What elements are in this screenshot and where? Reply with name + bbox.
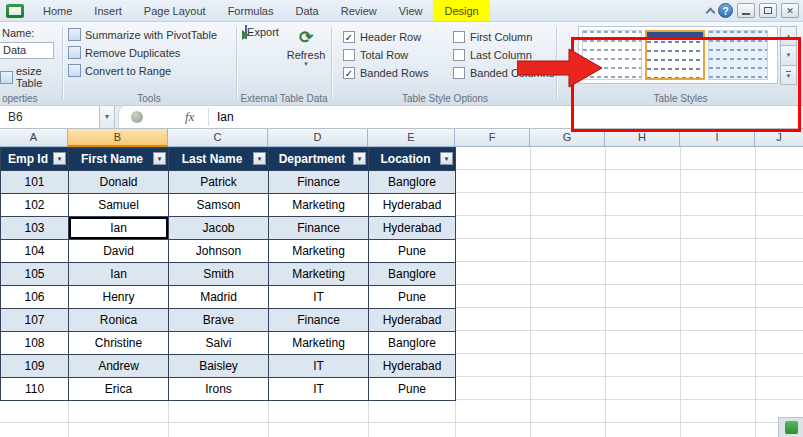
summarize-pivottable-button[interactable]: Summarize with PivotTable xyxy=(68,28,217,41)
cell[interactable]: 104 xyxy=(1,240,69,263)
cell[interactable]: Brave xyxy=(169,309,269,332)
cell[interactable]: Ronica xyxy=(69,309,169,332)
convert-to-range-button[interactable]: Convert to Range xyxy=(68,64,171,77)
insert-function-button[interactable]: fx xyxy=(185,109,194,125)
cell[interactable]: Marketing xyxy=(269,240,369,263)
cell[interactable]: 101 xyxy=(1,171,69,194)
cell[interactable]: Hyderabad xyxy=(369,355,456,378)
refresh-dropdown-icon[interactable]: ▾ xyxy=(285,61,327,67)
header-cell-department[interactable]: Department▾ xyxy=(269,148,369,171)
cell[interactable]: David xyxy=(69,240,169,263)
cell[interactable]: Pune xyxy=(369,378,456,401)
checkbox-box[interactable]: ✓ xyxy=(343,31,355,43)
cell[interactable]: 109 xyxy=(1,355,69,378)
taskbar-app-icon[interactable] xyxy=(785,421,798,434)
cell[interactable]: Hyderabad xyxy=(369,309,456,332)
cell[interactable]: Donald xyxy=(69,171,169,194)
cell[interactable]: Madrid xyxy=(169,286,269,309)
tab-home[interactable]: Home xyxy=(32,0,83,21)
help-icon[interactable]: ? xyxy=(718,3,733,18)
cell[interactable]: Salvi xyxy=(169,332,269,355)
cell[interactable]: Jacob xyxy=(169,217,269,240)
cell[interactable]: Samuel xyxy=(69,194,169,217)
tab-data[interactable]: Data xyxy=(284,0,329,21)
selected-cell-b6[interactable]: Ian xyxy=(69,217,169,240)
close-button[interactable]: ✕ xyxy=(781,3,799,18)
cell[interactable]: 105 xyxy=(1,263,69,286)
checkbox-box[interactable] xyxy=(453,49,465,61)
collapse-ribbon-icon[interactable] xyxy=(706,8,716,18)
checkbox-header-row[interactable]: ✓ Header Row xyxy=(343,28,429,46)
name-box[interactable]: B6 xyxy=(0,106,100,128)
cell[interactable]: Hyderabad xyxy=(369,217,456,240)
header-cell-location[interactable]: Location▾ xyxy=(369,148,456,171)
filter-dropdown-icon[interactable]: ▾ xyxy=(153,152,166,165)
cell[interactable]: Erica xyxy=(69,378,169,401)
checkbox-first-column[interactable]: First Column xyxy=(453,28,554,46)
column-header-a[interactable]: A xyxy=(0,129,68,147)
remove-duplicates-button[interactable]: Remove Duplicates xyxy=(68,46,180,59)
checkbox-banded-rows[interactable]: ✓ Banded Rows xyxy=(343,64,429,82)
cell[interactable]: Finance xyxy=(269,309,369,332)
cell[interactable]: Johnson xyxy=(169,240,269,263)
column-header-e[interactable]: E xyxy=(368,129,455,147)
minimize-button[interactable] xyxy=(737,3,755,18)
cell[interactable]: 103 xyxy=(1,217,69,240)
checkbox-box[interactable] xyxy=(453,67,465,79)
cell[interactable]: Marketing xyxy=(269,332,369,355)
cell[interactable]: 108 xyxy=(1,332,69,355)
header-cell-last-name[interactable]: Last Name▾ xyxy=(169,148,269,171)
cell[interactable]: Andrew xyxy=(69,355,169,378)
cell[interactable]: Henry xyxy=(69,286,169,309)
spreadsheet-grid[interactable]: Emp Id▾ First Name▾ Last Name▾ Departmen… xyxy=(0,147,803,437)
cell[interactable]: IT xyxy=(269,355,369,378)
cell[interactable]: 102 xyxy=(1,194,69,217)
cell[interactable]: Smith xyxy=(169,263,269,286)
cell[interactable]: Christine xyxy=(69,332,169,355)
table-name-input[interactable]: Data xyxy=(0,42,54,59)
cell[interactable]: Patrick xyxy=(169,171,269,194)
filter-dropdown-icon[interactable]: ▾ xyxy=(53,152,66,165)
cell[interactable]: Pune xyxy=(369,240,456,263)
cell[interactable]: Marketing xyxy=(269,194,369,217)
cell[interactable]: Banglore xyxy=(369,263,456,286)
cell[interactable]: Ian xyxy=(69,263,169,286)
export-button[interactable]: Export xyxy=(241,26,283,38)
formula-input[interactable]: Ian xyxy=(217,106,234,128)
tab-formulas[interactable]: Formulas xyxy=(217,0,285,21)
column-header-c[interactable]: C xyxy=(168,129,268,147)
cell[interactable]: Marketing xyxy=(269,263,369,286)
cell[interactable]: Banglore xyxy=(369,332,456,355)
restore-button[interactable] xyxy=(759,3,777,18)
filter-dropdown-icon[interactable]: ▾ xyxy=(440,152,453,165)
cell[interactable]: IT xyxy=(269,286,369,309)
header-cell-first-name[interactable]: First Name▾ xyxy=(69,148,169,171)
excel-logo-icon[interactable] xyxy=(6,4,24,18)
refresh-button[interactable]: ⟳ Refresh ▾ xyxy=(285,26,327,67)
tab-view[interactable]: View xyxy=(388,0,434,21)
tab-design[interactable]: Design xyxy=(433,0,489,21)
checkbox-box[interactable] xyxy=(343,49,355,61)
filter-dropdown-icon[interactable]: ▾ xyxy=(253,152,266,165)
column-header-d[interactable]: D xyxy=(268,129,368,147)
cell[interactable]: Pune xyxy=(369,286,456,309)
name-box-dropdown-icon[interactable]: ▾ xyxy=(100,106,115,128)
column-header-f[interactable]: F xyxy=(455,129,530,147)
cell[interactable]: Finance xyxy=(269,171,369,194)
checkbox-box[interactable]: ✓ xyxy=(343,67,355,79)
checkbox-total-row[interactable]: Total Row xyxy=(343,46,429,64)
header-cell-emp-id[interactable]: Emp Id▾ xyxy=(1,148,69,171)
checkbox-box[interactable] xyxy=(453,31,465,43)
cell[interactable]: Hyderabad xyxy=(369,194,456,217)
cell[interactable]: Irons xyxy=(169,378,269,401)
resize-table-button[interactable]: esize Table xyxy=(0,65,62,89)
cell[interactable]: Baisley xyxy=(169,355,269,378)
cell[interactable]: IT xyxy=(269,378,369,401)
tab-insert[interactable]: Insert xyxy=(83,0,133,21)
cell[interactable]: 110 xyxy=(1,378,69,401)
column-header-b[interactable]: B xyxy=(68,129,168,147)
tab-review[interactable]: Review xyxy=(330,0,388,21)
cell[interactable]: Finance xyxy=(269,217,369,240)
tab-page-layout[interactable]: Page Layout xyxy=(133,0,217,21)
cell[interactable]: Banglore xyxy=(369,171,456,194)
